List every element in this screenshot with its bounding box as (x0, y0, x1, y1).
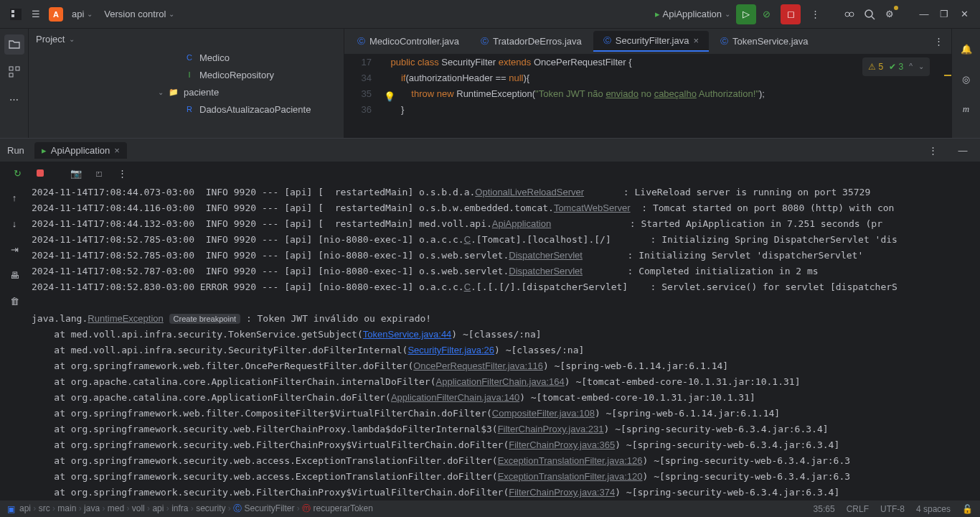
tree-label: DadosAtualizacaoPaciente (199, 104, 311, 115)
svg-point-4 (849, 12, 854, 17)
file-type-icon: C (184, 52, 195, 63)
maximize-icon[interactable]: ❐ (934, 4, 954, 24)
run-more-icon[interactable]: ⋮ (112, 163, 132, 183)
class-icon: Ⓒ (357, 36, 365, 47)
svg-point-5 (865, 10, 872, 17)
close-icon[interactable]: × (693, 35, 699, 46)
main-menu-icon[interactable]: ☰ (26, 4, 46, 24)
tree-row[interactable]: RDadosAtualizacaoPaciente (143, 101, 344, 118)
structure-tool-icon[interactable] (4, 62, 24, 82)
file-type-icon: 📁 (168, 86, 179, 98)
more-tools-icon[interactable]: ⋯ (4, 89, 24, 109)
run-panel-minimize-icon[interactable]: — (953, 140, 973, 160)
tab-label: SecurityFilter.java (616, 35, 689, 46)
project-panel-title: Project (36, 34, 65, 45)
file-type-icon: I (184, 69, 195, 80)
code-editor[interactable]: 17343536 public class SecurityFilter ext… (344, 55, 951, 149)
close-icon[interactable]: ✕ (954, 4, 974, 24)
tree-label: paciente (184, 87, 219, 98)
project-tool-icon[interactable] (4, 34, 24, 55)
soft-wrap-icon[interactable]: ⇥ (4, 239, 24, 259)
run-config-selector[interactable]: ▸ ApiApplication ⌄ (649, 6, 736, 22)
breadcrumb-path[interactable]: api › src › main › java › med › voll › a… (19, 503, 373, 515)
screenshot-icon[interactable]: 📷 (66, 163, 86, 183)
minimize-icon[interactable]: — (914, 4, 934, 24)
file-type-icon: R (184, 103, 195, 115)
maven-tool-icon[interactable]: m (956, 99, 976, 119)
svg-rect-1 (11, 10, 14, 13)
svg-point-3 (845, 12, 849, 17)
editor-tab[interactable]: ⒸTokenService.java (710, 32, 819, 51)
tree-label: MedicoRepository (199, 70, 274, 80)
tree-row[interactable]: ⌄📁paciente (143, 83, 344, 101)
editor-tab[interactable]: ⒸSecurityFilter.java× (593, 31, 709, 52)
trash-icon[interactable]: 🗑 (4, 291, 24, 311)
project-panel: Project ⌄ CMedicoIMedicoRepository⌄📁paci… (29, 29, 344, 149)
more-actions-icon[interactable]: ⋮ (805, 4, 825, 24)
project-name[interactable]: api ⌄ (66, 6, 98, 22)
tree-row[interactable]: IMedicoRepository (143, 66, 344, 83)
svg-rect-8 (16, 67, 19, 70)
print-icon[interactable]: 🖶 (4, 265, 24, 285)
run-panel-options-icon[interactable]: ⋮ (923, 140, 943, 160)
module-icon: ▣ (7, 504, 15, 514)
debug-icon[interactable]: ⊘ (756, 4, 776, 24)
project-tree[interactable]: CMedicoIMedicoRepository⌄📁pacienteRDados… (29, 49, 344, 141)
svg-rect-2 (11, 14, 14, 17)
run-title: Run (7, 145, 24, 156)
line-separator[interactable]: CRLF (847, 504, 869, 514)
stop-run-icon[interactable] (30, 163, 50, 183)
vcs-widget[interactable]: Version control ⌄ (98, 6, 180, 22)
readonly-icon[interactable]: 🔓 (962, 504, 973, 514)
editor-panel: ⒸMedicoController.javaⒸTratadorDeErros.j… (344, 29, 951, 149)
tab-more-icon[interactable]: ⋮ (928, 32, 948, 52)
intention-bulb-icon[interactable]: 💡 (384, 89, 395, 105)
exit-icon[interactable]: ⏍ (89, 163, 109, 183)
tab-label: MedicoController.java (369, 36, 459, 47)
tree-label: Medico (199, 52, 230, 63)
search-icon[interactable] (859, 4, 880, 24)
main-logo-icon[interactable] (6, 4, 26, 24)
titlebar: ☰ A api ⌄ Version control ⌄ ▸ ApiApplica… (0, 0, 980, 29)
class-icon: Ⓒ (720, 36, 728, 47)
tree-row[interactable]: CMedico (143, 49, 344, 66)
svg-rect-7 (9, 67, 13, 70)
tab-label: TratadorDeErros.java (493, 36, 582, 47)
chevron-down-icon[interactable]: ⌄ (69, 35, 75, 43)
rerun-icon[interactable]: ↻ (7, 163, 27, 183)
class-icon: Ⓒ (603, 35, 611, 46)
run-tab[interactable]: ▸ApiApplication× (34, 142, 127, 159)
ai-assist-icon[interactable]: ◎ (956, 69, 976, 89)
code-with-me-icon[interactable] (839, 4, 859, 24)
right-tool-rail: 🔔 ◎ m (951, 29, 980, 149)
indent-setting[interactable]: 4 spaces (916, 504, 951, 514)
notifications-icon[interactable]: 🔔 (956, 39, 976, 59)
svg-line-6 (872, 17, 875, 19)
file-encoding[interactable]: UTF-8 (880, 504, 905, 514)
tab-label: TokenService.java (732, 36, 809, 47)
editor-tab[interactable]: ⒸMedicoController.java (347, 32, 469, 51)
class-icon: Ⓒ (481, 36, 489, 47)
editor-tab[interactable]: ⒸTratadorDeErros.java (471, 32, 592, 51)
down-stack-icon[interactable]: ↓ (4, 213, 24, 233)
project-badge: A (49, 7, 63, 22)
settings-icon[interactable]: ⚙ (880, 4, 900, 24)
inspection-indicators[interactable]: ⚠ 5 ✔ 3 ^⌄ (862, 57, 930, 76)
svg-rect-9 (9, 73, 13, 77)
left-tool-rail: ⋯ (0, 29, 29, 149)
stop-button[interactable]: ◻ (781, 4, 801, 24)
run-side-toolbar: ↑ ↓ ⇥ 🖶 🗑 (0, 185, 29, 500)
caret-position[interactable]: 35:65 (814, 504, 835, 514)
run-tool-window: Run ▸ApiApplication× ⋮ — ↻ 📷 ⏍ ⋮ ↑ ↓ ⇥ 🖶… (0, 138, 980, 500)
editor-tabs: ⒸMedicoController.javaⒸTratadorDeErros.j… (344, 29, 951, 55)
run-button[interactable]: ▷ (736, 4, 756, 24)
close-icon[interactable]: × (114, 145, 120, 156)
up-stack-icon[interactable]: ↑ (4, 187, 24, 208)
statusbar: ▣ api › src › main › java › med › voll ›… (0, 500, 980, 517)
console-output[interactable]: 2024-11-14T17:08:44.073-03:00 INFO 9920 … (29, 185, 980, 500)
